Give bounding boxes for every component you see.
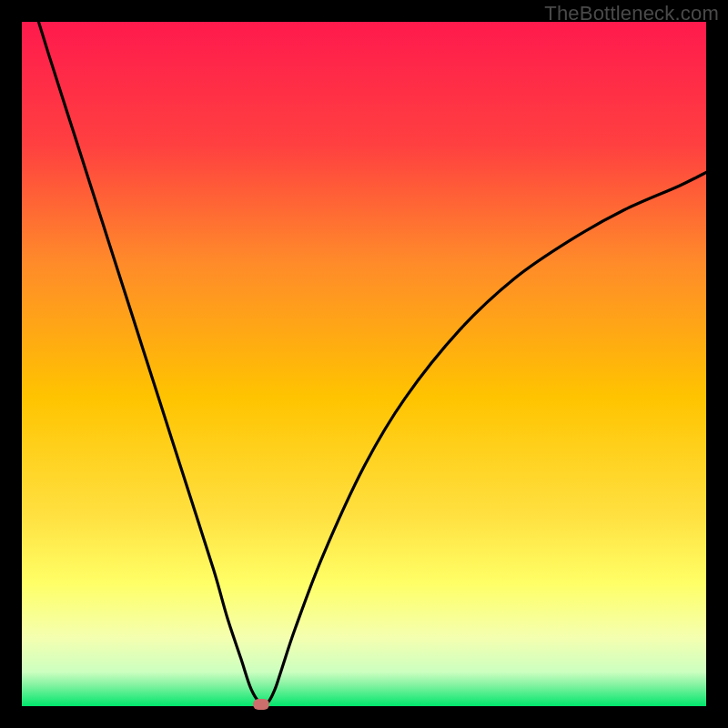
watermark-text: TheBottleneck.com <box>544 2 719 25</box>
chart-frame <box>22 22 706 706</box>
bottleneck-chart <box>22 22 706 706</box>
gradient-background <box>22 22 706 706</box>
optimal-marker <box>253 699 269 710</box>
